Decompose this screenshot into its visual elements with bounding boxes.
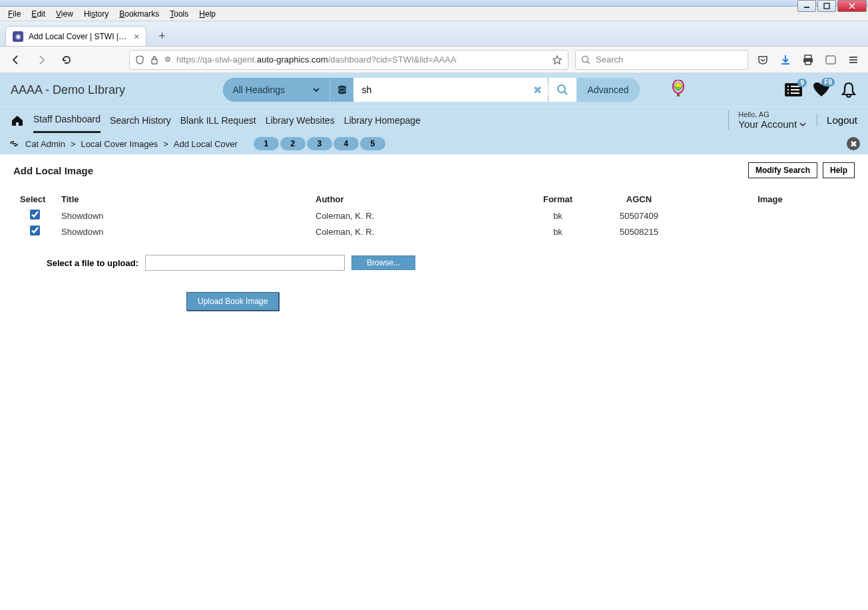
account-icon[interactable] [823, 52, 839, 68]
catalog-search-widget: All Headings ✖ Advanced [223, 78, 639, 102]
logout-link[interactable]: Logout [817, 114, 857, 126]
nav-staff-dashboard[interactable]: Staff Dashboard [33, 107, 101, 133]
svg-rect-10 [805, 61, 811, 65]
step-3[interactable]: 3 [307, 137, 332, 150]
pocket-icon[interactable] [755, 52, 771, 68]
bookmark-star-icon[interactable] [552, 55, 562, 65]
col-select: Select [15, 192, 55, 207]
app-header: AAAA - Demo LIbrary All Headings ✖ Advan… [0, 73, 868, 106]
menu-file[interactable]: File [3, 8, 26, 20]
downloads-icon[interactable] [777, 52, 793, 68]
print-icon[interactable] [800, 52, 816, 68]
breadcrumb-local-cover-images[interactable]: Local Cover Images [81, 139, 158, 149]
url-bar[interactable]: ⚙ https://qa-stwi-agent.auto-graphics.co… [129, 50, 568, 70]
window-minimize-button[interactable] [797, 0, 816, 12]
url-text: https://qa-stwi-agent.auto-graphics.com/… [176, 55, 546, 65]
help-button[interactable]: Help [823, 162, 855, 178]
headings-dropdown[interactable]: All Headings [223, 78, 329, 102]
table-row: Showdown Coleman, K. R. bk 50508215 [15, 224, 853, 239]
shield-icon [135, 55, 144, 65]
svg-rect-21 [677, 94, 680, 96]
table-row: Showdown Coleman, K. R. bk 50507409 [15, 208, 853, 223]
menu-bookmarks[interactable]: Bookmarks [114, 8, 164, 20]
row-format: bk [525, 208, 591, 223]
bell-icon [840, 81, 857, 98]
favorites-button[interactable]: F9 [812, 82, 831, 98]
browser-search-field[interactable]: Search [575, 50, 748, 70]
menu-history[interactable]: History [79, 8, 114, 20]
search-icon [556, 84, 568, 96]
breadcrumb-cat-admin[interactable]: Cat Admin [25, 139, 65, 149]
browse-button[interactable]: Browse... [351, 255, 415, 270]
col-format: Format [525, 192, 591, 207]
home-icon [11, 114, 24, 126]
search-icon [581, 55, 590, 65]
row-checkbox[interactable] [30, 226, 40, 235]
nav-library-websites[interactable]: Library Websites [266, 108, 335, 132]
lists-badge: 9 [797, 78, 807, 87]
menu-edit[interactable]: Edit [26, 8, 51, 20]
window-close-button[interactable] [837, 0, 867, 12]
search-button[interactable] [548, 78, 576, 102]
tab-close-button[interactable]: × [134, 31, 139, 42]
permissions-icon: ⚙ [164, 55, 171, 64]
favorites-badge: F9 [821, 78, 835, 86]
col-title: Title [56, 192, 309, 207]
step-pills: 1 2 3 4 5 [254, 137, 385, 150]
menu-help[interactable]: Help [194, 8, 221, 20]
tab-favicon-icon: ◉ [13, 31, 23, 42]
account-label: Your Account [738, 118, 797, 130]
forward-button[interactable] [32, 51, 51, 69]
advanced-search-button[interactable]: Advanced [576, 78, 639, 102]
menu-view[interactable]: View [51, 8, 79, 20]
database-button[interactable] [329, 78, 353, 102]
app-nav: Staff Dashboard Search History Blank ILL… [0, 106, 868, 133]
page-content: Add Local Image Modify Search Help Selec… [0, 154, 868, 319]
col-author: Author [310, 192, 523, 207]
library-name: AAAA - Demo LIbrary [11, 83, 125, 97]
close-breadcrumb-button[interactable]: ✖ [847, 137, 860, 150]
svg-point-5 [582, 56, 588, 62]
results-table: Select Title Author Format AGCN Image Sh… [13, 190, 855, 240]
chevron-down-icon [799, 121, 806, 128]
menu-tools[interactable]: Tools [164, 8, 194, 20]
step-4[interactable]: 4 [333, 137, 359, 150]
row-checkbox[interactable] [30, 210, 40, 220]
lists-button[interactable]: 9 [784, 82, 803, 97]
link-icon [8, 138, 20, 149]
browser-tabbar: ◉ Add Local Cover | STWI | aaaa | × + [0, 21, 868, 47]
back-button[interactable] [7, 51, 25, 69]
step-1[interactable]: 1 [254, 137, 279, 150]
chevron-down-icon [312, 86, 320, 94]
modify-search-button[interactable]: Modify Search [748, 162, 817, 178]
row-format: bk [525, 224, 591, 239]
row-agcn: 50507409 [592, 208, 686, 223]
browser-tab[interactable]: ◉ Add Local Cover | STWI | aaaa | × [5, 26, 146, 46]
step-2[interactable]: 2 [280, 137, 306, 150]
breadcrumb-add-local-cover[interactable]: Add Local Cover [174, 139, 238, 149]
reload-button[interactable] [57, 51, 76, 69]
svg-line-18 [564, 92, 567, 94]
col-agcn: AGCN [592, 192, 686, 207]
hello-text: Hello, AG [738, 110, 806, 118]
clear-search-button[interactable]: ✖ [527, 78, 548, 102]
home-button[interactable] [11, 114, 24, 126]
upload-book-image-button[interactable]: Upload Book Image [186, 292, 279, 311]
file-path-input[interactable] [145, 255, 345, 271]
account-menu[interactable]: Hello, AG Your Account [728, 110, 806, 130]
balloon-icon[interactable] [670, 80, 686, 100]
window-maximize-button[interactable] [817, 0, 836, 12]
nav-library-homepage[interactable]: Library Homepage [344, 108, 421, 132]
catalog-search-input[interactable] [353, 78, 527, 102]
row-title: Showdown [56, 208, 309, 223]
nav-blank-ill-request[interactable]: Blank ILL Request [180, 108, 256, 132]
row-image [687, 208, 853, 223]
nav-search-history[interactable]: Search History [110, 108, 171, 132]
notifications-button[interactable] [840, 81, 857, 98]
row-image [687, 224, 853, 239]
new-tab-button[interactable]: + [153, 27, 171, 46]
svg-point-17 [558, 85, 565, 92]
col-image: Image [687, 192, 853, 207]
hamburger-menu-icon[interactable] [845, 52, 861, 68]
step-5[interactable]: 5 [360, 137, 385, 150]
